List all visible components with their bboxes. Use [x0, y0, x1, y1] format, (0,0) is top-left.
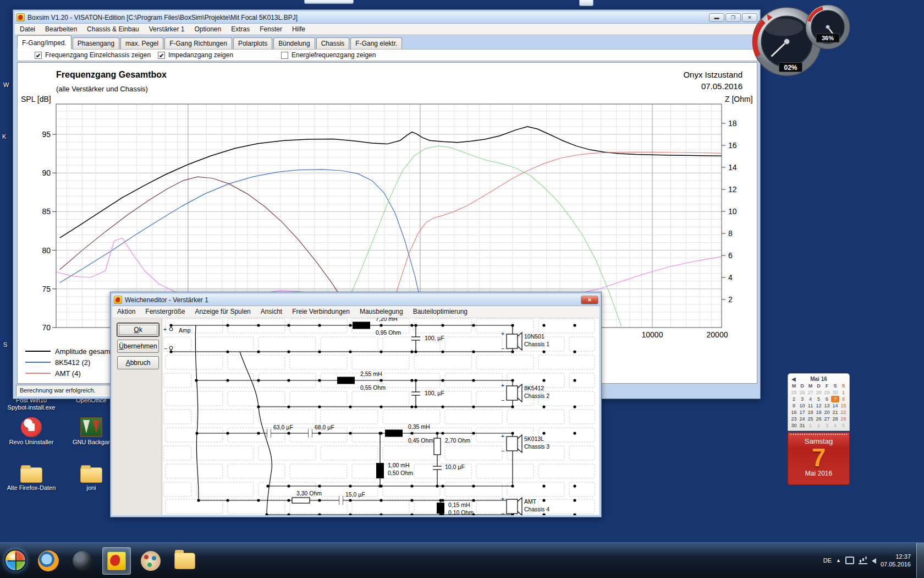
calendar-gadget[interactable]: ◀ Mai 16 ▶ MDMDFSS2526272829301234567891…	[788, 373, 850, 485]
calendar-date-cell[interactable]: 3	[823, 422, 831, 429]
calendar-date-cell[interactable]: 19	[815, 409, 823, 416]
calendar-date-cell[interactable]: 26	[815, 416, 823, 422]
show-desktop-button[interactable]	[916, 543, 924, 578]
taskbar-clock[interactable]: 12:37 07.05.2016	[881, 553, 911, 568]
taskbar-button-darkapp[interactable]	[68, 547, 97, 575]
action-center-icon[interactable]	[845, 557, 854, 564]
calendar-date-cell[interactable]: 14	[831, 402, 839, 409]
tab-f-gang-elektr-[interactable]: F-Gang elektr.	[350, 37, 402, 49]
menu-bearbeiten[interactable]: Bearbeiten	[40, 24, 82, 34]
editor-menu-mausbelegung[interactable]: Mausbelegung	[355, 306, 408, 318]
menu-extras[interactable]: Extras	[226, 24, 255, 34]
calendar-date-cell[interactable]: 12	[815, 402, 823, 409]
calendar-date-cell[interactable]: 4	[806, 396, 815, 402]
calendar-date-cell[interactable]: 28	[815, 389, 823, 396]
calendar-date-cell[interactable]: 18	[806, 409, 815, 416]
übernehmen-button[interactable]: Übernehmen	[117, 340, 159, 353]
calendar-date-cell[interactable]: 30	[831, 389, 839, 396]
abbruch-button[interactable]: Abbruch	[117, 356, 159, 369]
volume-icon[interactable]	[872, 558, 876, 564]
taskbar-button-boxsim[interactable]	[102, 547, 131, 575]
tray-expand-icon[interactable]: ▲	[836, 558, 841, 563]
calendar-date-cell[interactable]: 23	[790, 416, 798, 422]
calendar-date-cell[interactable]: 17	[798, 409, 806, 416]
tab-max-pegel[interactable]: max. Pegel	[120, 37, 163, 49]
calendar-date-cell[interactable]: 26	[798, 389, 806, 396]
calendar-date-cell[interactable]: 25	[790, 389, 798, 396]
calendar-date-cell[interactable]: 2	[815, 422, 823, 429]
calendar-date-cell[interactable]: 4	[831, 422, 839, 429]
network-icon[interactable]	[859, 557, 867, 564]
calendar-date-cell[interactable]: 22	[839, 409, 848, 416]
calendar-date-cell[interactable]: 20	[823, 409, 831, 416]
ram-gauge-gadget[interactable]: 36%	[803, 2, 853, 52]
calendar-date-cell[interactable]: 16	[790, 409, 798, 416]
calendar-date-cell[interactable]: 31	[798, 422, 806, 429]
checkbox-impedanzgang-zeigen[interactable]: ✔Impedanzgang zeigen	[158, 51, 233, 59]
calendar-date-cell[interactable]: 5	[815, 396, 823, 402]
menu-datei[interactable]: Datei	[15, 24, 40, 34]
editor-menu-freie-verbindungen[interactable]: Freie Verbindungen	[287, 306, 355, 318]
calendar-date-cell[interactable]: 21	[831, 409, 839, 416]
calendar-date-cell[interactable]: 25	[806, 416, 815, 422]
calendar-date-cell[interactable]: 29	[823, 389, 831, 396]
calendar-date-cell[interactable]: 11	[806, 402, 815, 409]
minimize-button[interactable]: ▬	[709, 13, 724, 22]
legend-line-sample	[25, 362, 51, 363]
tab-bündelung[interactable]: Bündelung	[273, 37, 315, 49]
editor-menu-fenstergrö-e[interactable]: Fenstergröße	[140, 306, 190, 318]
calendar-date-cell[interactable]: 7	[831, 396, 839, 402]
editor-menu-anzeige-für-spulen[interactable]: Anzeige für Spulen	[190, 306, 255, 318]
calendar-prev-icon[interactable]: ◀	[791, 376, 796, 382]
calendar-date-cell[interactable]: 5	[839, 422, 848, 429]
taskbar-button-explorer[interactable]	[170, 547, 199, 575]
menu-optionen[interactable]: Optionen	[189, 24, 226, 34]
calendar-date-cell[interactable]: 15	[839, 402, 848, 409]
desktop-icon-revo-uninstaller[interactable]: Revo Uninstaller	[5, 417, 58, 446]
calendar-date-cell[interactable]: 3	[798, 396, 806, 402]
menu-hilfe[interactable]: Hilfe	[287, 24, 310, 34]
calendar-date-cell[interactable]: 8	[839, 396, 848, 402]
checkbox-box[interactable]: ✔	[35, 52, 42, 59]
checkbox-box[interactable]	[281, 52, 288, 59]
calendar-date-cell[interactable]: 2	[790, 396, 798, 402]
y-left-axis-label: SPL [dB]	[21, 95, 51, 103]
calendar-date-cell[interactable]: 27	[823, 416, 831, 422]
editor-menu-ansicht[interactable]: Ansicht	[256, 306, 287, 318]
calendar-date-cell[interactable]: 10	[798, 402, 806, 409]
checkbox-energiefrequenzgang-zeigen[interactable]: Energiefrequenzgang zeigen	[281, 51, 376, 59]
start-button[interactable]	[4, 549, 26, 571]
calendar-date-cell[interactable]: 1	[839, 389, 848, 396]
editor-menu-bauteiloptimierung[interactable]: Bauteiloptimierung	[408, 306, 472, 318]
taskbar-button-firefox[interactable]	[34, 547, 63, 575]
circuit-canvas[interactable]	[163, 318, 599, 515]
editor-titlebar[interactable]: Weicheneditor - Verstärker 1 ✕	[112, 294, 600, 306]
menu-verstärker-1[interactable]: Verstärker 1	[144, 24, 190, 34]
taskbar-button-palette[interactable]	[136, 547, 165, 575]
calendar-date-cell[interactable]: 29	[839, 416, 848, 422]
tab-f-gang-richtungen[interactable]: F-Gang Richtungen	[164, 37, 232, 49]
tab-chassis[interactable]: Chassis	[316, 37, 350, 49]
tab-phasengang[interactable]: Phasengang	[73, 37, 119, 49]
calendar-date-cell[interactable]: 24	[798, 416, 806, 422]
desktop-icon-alte-firefox-daten[interactable]: Alte Firefox-Daten	[5, 464, 58, 492]
checkbox-box[interactable]: ✔	[158, 52, 165, 59]
calendar-date-cell[interactable]: 27	[806, 389, 815, 396]
ok-button[interactable]: Ok	[117, 323, 159, 336]
menu-chassis-einbau[interactable]: Chassis & Einbau	[82, 24, 144, 34]
calendar-date-cell[interactable]: 30	[790, 422, 798, 429]
maximize-button[interactable]: ❐	[725, 13, 741, 22]
main-titlebar[interactable]: Boxsim V1.20 - VISATON-Edition [C:\Progr…	[15, 12, 758, 24]
editor-close-button[interactable]: ✕	[581, 296, 598, 304]
calendar-date-cell[interactable]: 6	[823, 396, 831, 402]
language-indicator[interactable]: DE	[823, 557, 832, 564]
checkbox-frequenzgang-einzelchassis-zeigen[interactable]: ✔Frequenzgang Einzelchassis zeigen	[35, 51, 151, 59]
menu-fenster[interactable]: Fenster	[255, 24, 287, 34]
calendar-date-cell[interactable]: 28	[831, 416, 839, 422]
editor-menu-aktion[interactable]: Aktion	[112, 306, 140, 318]
calendar-date-cell[interactable]: 13	[823, 402, 831, 409]
calendar-date-cell[interactable]: 1	[806, 422, 815, 429]
calendar-date-cell[interactable]: 9	[790, 402, 798, 409]
tab-f-gang-imped-[interactable]: F-Gang/Imped.	[17, 35, 72, 49]
tab-polarplots[interactable]: Polarplots	[233, 37, 272, 49]
